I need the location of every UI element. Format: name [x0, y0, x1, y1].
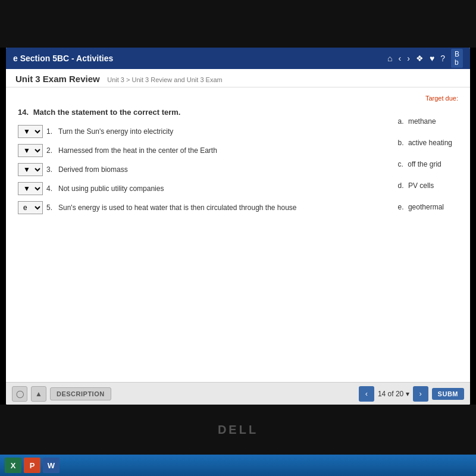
answer-e-text: geothermal: [408, 203, 444, 211]
answer-b: b. active heating: [398, 139, 452, 147]
answer-c: c. off the grid: [398, 160, 452, 168]
answers-column: a. methane b. active heating c. off the …: [398, 117, 452, 224]
answer-e-letter: e.: [398, 203, 404, 211]
dropdown-4[interactable]: ▼ a b c d e: [18, 182, 43, 195]
forward-icon[interactable]: ›: [407, 54, 410, 63]
dropdown-5[interactable]: ▼ a b c d e: [18, 201, 43, 214]
answer-b-letter: b.: [398, 139, 404, 147]
answer-d-letter: d.: [398, 181, 404, 190]
nav-title: e Section 5BC - Activities: [13, 54, 113, 63]
dropdown-2[interactable]: ▼ a b c d e: [18, 144, 43, 157]
question-number: 14.: [18, 108, 29, 117]
taskbar-excel[interactable]: X: [5, 458, 21, 473]
answer-d-text: PV cells: [408, 181, 434, 190]
item-number-3: 3.: [46, 165, 55, 174]
favorite-icon[interactable]: ♥: [430, 54, 434, 63]
dell-logo: DELL: [218, 423, 258, 437]
match-row-5: ▼ a b c d e 5. Sun's energy is used to h…: [18, 201, 458, 214]
answer-b-text: active heating: [408, 139, 452, 147]
item-number-4: 4.: [46, 184, 55, 193]
item-text-4: Not using public utility companies: [58, 184, 164, 193]
taskbar: X P W: [0, 455, 476, 476]
answer-c-text: off the grid: [408, 160, 441, 168]
screen-content: e Section 5BC - Activities ⌂ ‹ › ❖ ♥ ? B…: [6, 48, 470, 405]
question-label: 14. Match the statement to the correct t…: [18, 108, 458, 117]
nav-bar: e Section 5BC - Activities ⌂ ‹ › ❖ ♥ ? B…: [6, 48, 470, 69]
bottom-left: ◯ ▲ DESCRIPTION: [12, 386, 111, 402]
breadcrumb: Unit 3 > Unit 3 Review and Unit 3 Exam: [107, 76, 223, 83]
flag-button[interactable]: ▲: [31, 386, 46, 402]
answer-c-letter: c.: [398, 160, 403, 168]
answer-a: a. methane: [398, 117, 452, 126]
taskbar-powerpoint[interactable]: P: [24, 458, 40, 473]
monitor-bezel: DELL: [0, 405, 476, 455]
submit-button[interactable]: SUBM: [432, 388, 464, 400]
answer-a-text: methane: [408, 117, 436, 126]
taskbar-word[interactable]: W: [43, 458, 60, 473]
question-text: Match the statement to the correct term.: [33, 108, 181, 117]
item-text-5: Sun's energy is used to heat water that …: [58, 203, 297, 212]
help-icon[interactable]: ?: [440, 54, 445, 63]
item-text-3: Derived from biomass: [58, 165, 128, 174]
bottom-bar: ◯ ▲ DESCRIPTION ‹ 14 of 20 ▾ › SUBM: [6, 382, 470, 405]
page-title: Unit 3 Exam Review: [15, 74, 100, 84]
reset-button[interactable]: ◯: [12, 386, 27, 402]
item-number-2: 2.: [46, 146, 55, 155]
dropdown-3[interactable]: ▼ a b c d e: [18, 163, 43, 176]
bottom-right: ‹ 14 of 20 ▾ › SUBM: [359, 386, 464, 402]
match-row-2: ▼ a b c d e 2. Harnessed from the heat i…: [18, 144, 458, 157]
dropdown-1[interactable]: ▼ a b c d e: [18, 125, 43, 138]
match-items: ▼ a b c d e 1. Turn the Sun's energy int…: [18, 125, 458, 214]
match-row-3: ▼ a b c d e 3. Derived from biomass: [18, 163, 458, 176]
breadcrumb-bar: Unit 3 Exam Review Unit 3 > Unit 3 Revie…: [6, 69, 470, 87]
item-number-1: 1.: [46, 127, 55, 136]
item-number-5: 5.: [46, 203, 55, 212]
extra-btn[interactable]: Bb: [451, 49, 463, 68]
prev-page-button[interactable]: ‹: [359, 386, 374, 402]
answer-d: d. PV cells: [398, 181, 452, 190]
match-row-4: ▼ a b c d e 4. Not using public utility …: [18, 182, 458, 195]
match-row-1: ▼ a b c d e 1. Turn the Sun's energy int…: [18, 125, 458, 138]
item-text-1: Turn the Sun's energy into electricity: [58, 127, 173, 136]
target-due: Target due:: [18, 95, 458, 102]
item-text-2: Harnessed from the heat in the center of…: [58, 146, 217, 155]
answer-a-letter: a.: [398, 117, 404, 126]
nav-icons: ⌂ ‹ › ❖ ♥ ? Bb: [387, 49, 463, 68]
answer-e: e. geothermal: [398, 203, 452, 211]
page-info: 14 of 20 ▾: [378, 390, 409, 398]
home-icon[interactable]: ⌂: [387, 54, 392, 63]
expand-icon[interactable]: ❖: [416, 54, 424, 63]
next-page-button[interactable]: ›: [413, 386, 428, 402]
description-button[interactable]: DESCRIPTION: [50, 387, 111, 400]
back-icon[interactable]: ‹: [399, 54, 402, 63]
main-content: Target due: 14. Match the statement to t…: [6, 87, 470, 382]
